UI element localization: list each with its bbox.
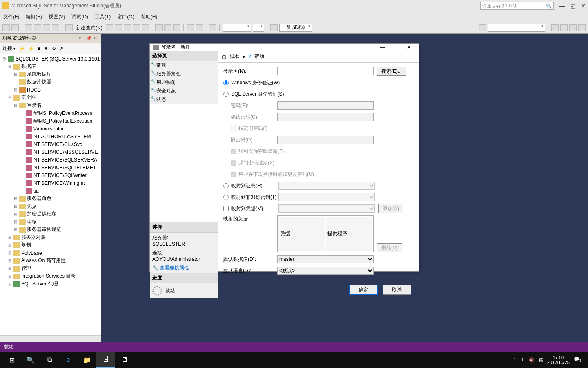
help-button[interactable]: 帮助 bbox=[254, 53, 264, 60]
view-connection-props-link[interactable]: 查看连接属性 bbox=[160, 265, 189, 271]
map-cred-check[interactable] bbox=[223, 206, 229, 211]
find-icon[interactable] bbox=[479, 24, 486, 31]
new-query-button[interactable]: 新建查询(N) bbox=[74, 25, 104, 31]
tray-volume-icon[interactable]: 🔇 bbox=[529, 357, 535, 363]
oe-tb-icon-4[interactable]: ↗ bbox=[59, 46, 63, 52]
nav-back-button[interactable] bbox=[2, 24, 10, 31]
tb-icon-9[interactable] bbox=[569, 24, 577, 31]
menu-window[interactable]: 窗口(O) bbox=[117, 13, 134, 20]
ok-button[interactable]: 确定 bbox=[349, 285, 378, 295]
cancel-button[interactable]: 取消 bbox=[383, 285, 411, 295]
tb-icon-7[interactable] bbox=[551, 24, 559, 31]
tree-root[interactable]: SQLCLUSTER (SQL Server 13.0.1601 bbox=[16, 56, 100, 62]
tree-db-snapshots[interactable]: 数据库快照 bbox=[27, 79, 51, 85]
exec-select[interactable] bbox=[253, 24, 264, 32]
ssms-taskbar-icon[interactable]: 🗄 bbox=[96, 352, 115, 368]
save-all-button[interactable] bbox=[52, 24, 59, 31]
tb-icon-4[interactable] bbox=[133, 24, 140, 31]
login-name-input[interactable] bbox=[277, 67, 374, 75]
windows-auth-radio[interactable] bbox=[223, 80, 229, 85]
tree-login-item[interactable]: ##MS_PolicyTsqlExecution bbox=[33, 118, 92, 124]
quick-launch-input[interactable]: 快速启动 (Ctrl+Q) 🔍 bbox=[480, 2, 554, 10]
page-securables[interactable]: 安全对象 bbox=[150, 87, 218, 95]
paste-button[interactable] bbox=[173, 24, 180, 31]
open-button[interactable] bbox=[34, 24, 41, 31]
explorer-icon[interactable]: 📁 bbox=[78, 352, 96, 368]
nav-forward-button[interactable] bbox=[11, 24, 19, 31]
system-tray[interactable]: ˄ 🖧 🔇 英 17:50 2017/10/25 💬3 bbox=[510, 355, 586, 365]
connect-dropdown[interactable]: 连接 bbox=[2, 45, 16, 52]
taskbar-clock[interactable]: 17:50 2017/10/25 bbox=[547, 355, 570, 365]
close-button[interactable]: ✕ bbox=[581, 3, 586, 9]
tree-security[interactable]: 安全性 bbox=[21, 94, 36, 101]
new-project-button[interactable] bbox=[25, 24, 32, 31]
panel-close-icon[interactable]: ✕ bbox=[94, 36, 98, 41]
server-manager-icon[interactable]: 🖥 bbox=[115, 352, 134, 368]
page-server-roles[interactable]: 服务器角色 bbox=[150, 70, 218, 78]
tree-login-item[interactable]: NT SERVICE\SQLTELEMET bbox=[33, 165, 96, 171]
tree-server-objects[interactable]: 服务器对象 bbox=[21, 234, 46, 241]
cut-button[interactable] bbox=[155, 24, 163, 31]
page-general[interactable]: 常规 bbox=[150, 61, 218, 70]
dialog-close-button[interactable]: ✕ bbox=[402, 44, 415, 50]
default-db-select[interactable]: master bbox=[277, 255, 374, 263]
tb-icon-1[interactable] bbox=[106, 24, 113, 31]
dialog-titlebar[interactable]: 登录名 - 新建 — □ ✕ bbox=[150, 44, 419, 51]
maximize-button[interactable]: ◱ bbox=[570, 3, 575, 9]
new-query-icon[interactable] bbox=[65, 24, 73, 31]
oe-tb-icon-3[interactable]: ■ bbox=[38, 46, 40, 52]
tb-icon-2[interactable] bbox=[115, 24, 122, 31]
tree-credentials[interactable]: 凭据 bbox=[27, 203, 37, 210]
tree-login-item[interactable]: NT SERVICE\Winmgmt bbox=[33, 180, 85, 186]
tree-login-item[interactable]: ##MS_PolicyEventProcess bbox=[33, 110, 92, 116]
map-cert-radio[interactable] bbox=[223, 183, 229, 188]
tree-crypto[interactable]: 加密提供程序 bbox=[27, 211, 56, 218]
tb-icon-6[interactable] bbox=[209, 24, 216, 31]
menu-help[interactable]: 帮助(H) bbox=[141, 13, 158, 20]
tree-server-audit-spec[interactable]: 服务器审核规范 bbox=[27, 226, 61, 233]
save-button[interactable] bbox=[43, 24, 50, 31]
ie-icon[interactable]: e bbox=[59, 352, 78, 368]
debug-play-icon[interactable] bbox=[270, 24, 278, 31]
dialog-minimize-button[interactable]: — bbox=[376, 44, 389, 50]
minimize-button[interactable]: — bbox=[559, 3, 565, 9]
oe-tb-icon-1[interactable]: ⚡ bbox=[19, 46, 25, 52]
search-button[interactable]: 搜索(E)... bbox=[377, 67, 406, 76]
tb-icon-3[interactable] bbox=[124, 24, 131, 31]
tray-chevron-up-icon[interactable]: ˄ bbox=[514, 357, 516, 363]
mapped-creds-table[interactable]: 凭据 提供程序 bbox=[277, 215, 374, 252]
task-view-icon[interactable]: ⧉ bbox=[40, 352, 59, 368]
undo-button[interactable] bbox=[187, 24, 194, 31]
tree-login-item[interactable]: NT SERVICE\ClusSvc bbox=[33, 141, 82, 147]
page-user-mapping[interactable]: 用户映射 bbox=[150, 78, 218, 87]
dialog-maximize-button[interactable]: □ bbox=[389, 44, 402, 50]
tree-is-catalog[interactable]: Integration Services 目录 bbox=[21, 273, 76, 280]
tray-network-icon[interactable]: 🖧 bbox=[520, 357, 525, 362]
panel-pin-icon[interactable]: 📌 bbox=[86, 36, 91, 41]
oe-tb-icon-2[interactable]: ⚡ bbox=[28, 46, 34, 52]
notification-icon[interactable]: 💬3 bbox=[574, 357, 581, 363]
tree-logins[interactable]: 登录名 bbox=[27, 102, 42, 109]
panel-dropdown-icon[interactable]: ▾ bbox=[79, 36, 84, 41]
menu-file[interactable]: 文件(F) bbox=[3, 13, 19, 20]
start-button[interactable]: ⊞ bbox=[2, 352, 21, 368]
find-select[interactable] bbox=[488, 24, 545, 32]
script-dropdown-icon[interactable]: ▾ bbox=[243, 54, 245, 60]
tree-login-item[interactable]: \Administrator bbox=[33, 126, 64, 132]
sql-auth-radio[interactable] bbox=[223, 92, 229, 97]
oe-tb-refresh-icon[interactable]: ↻ bbox=[52, 46, 56, 52]
tree-login-item[interactable]: sa bbox=[33, 188, 39, 194]
redo-button[interactable] bbox=[196, 24, 203, 31]
oe-tb-filter-icon[interactable]: ▼ bbox=[44, 46, 49, 52]
object-explorer-tree[interactable]: ⊟SQLCLUSTER (SQL Server 13.0.1601 ⊟数据库 ⊞… bbox=[0, 54, 101, 335]
tree-login-item[interactable]: NT SERVICE\SQLWriter bbox=[33, 173, 87, 178]
map-asym-radio[interactable] bbox=[223, 195, 229, 200]
tree-login-item[interactable]: NT AUTHORITY\SYSTEM bbox=[33, 134, 91, 139]
tree-alwayson[interactable]: Always On 高可用性 bbox=[21, 257, 66, 264]
tree-horizontal-scrollbar[interactable] bbox=[0, 335, 101, 342]
search-taskbar-icon[interactable]: 🔍 bbox=[21, 352, 40, 368]
tree-server-roles[interactable]: 服务器角色 bbox=[27, 195, 51, 202]
tray-ime-indicator[interactable]: 英 bbox=[539, 357, 543, 363]
copy-button[interactable] bbox=[164, 24, 172, 31]
tb-icon-8[interactable] bbox=[560, 24, 568, 31]
